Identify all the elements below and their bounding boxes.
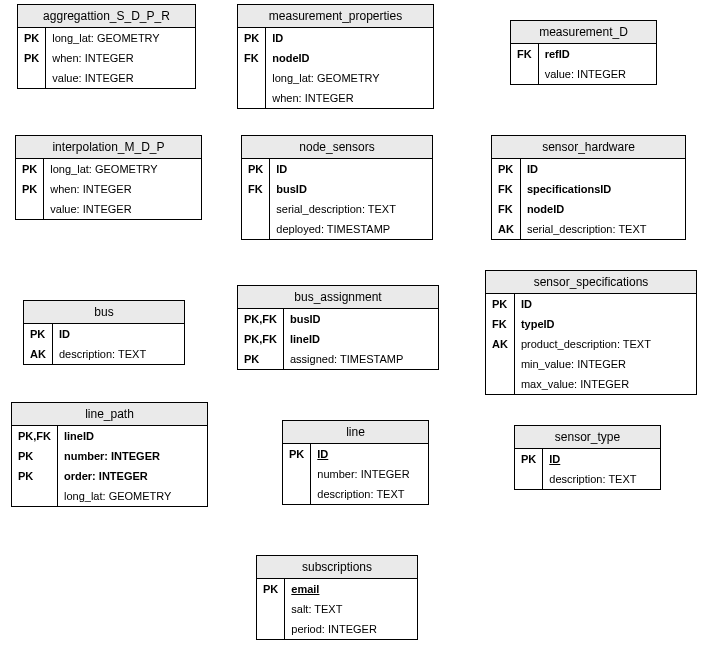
entity-title: interpolation_M_D_P bbox=[16, 136, 201, 159]
key-column: PK,FKPKPK bbox=[12, 426, 58, 506]
attr-cell: lineID bbox=[58, 426, 177, 446]
attr-cell: assigned: TIMESTAMP bbox=[284, 349, 409, 369]
key-column: PKFK bbox=[238, 28, 266, 108]
attr-column: IDbusIDserial_description: TEXTdeployed:… bbox=[270, 159, 402, 239]
attr-cell: when: INTEGER bbox=[266, 88, 385, 108]
attr-cell: ID bbox=[515, 294, 657, 314]
attr-cell: order: INTEGER bbox=[58, 466, 177, 486]
key-column: PKFKAK bbox=[486, 294, 515, 394]
attr-cell: description: TEXT bbox=[53, 344, 152, 364]
attr-cell: long_lat: GEOMETRY bbox=[46, 28, 165, 48]
attr-column: busIDlineIDassigned: TIMESTAMP bbox=[284, 309, 409, 369]
attr-cell: nodeID bbox=[521, 199, 653, 219]
attr-column: lineIDnumber: INTEGERorder: INTEGERlong_… bbox=[58, 426, 177, 506]
key-cell: AK bbox=[486, 334, 514, 354]
key-column: PKFK bbox=[242, 159, 270, 239]
attr-cell: ID bbox=[311, 444, 415, 464]
attr-column: IDspecificationsIDnodeIDserial_descripti… bbox=[521, 159, 653, 239]
entity-body: PK IDdescription: TEXT bbox=[515, 449, 660, 489]
attr-cell: refID bbox=[539, 44, 632, 64]
entity-title: line bbox=[283, 421, 428, 444]
key-cell: PK bbox=[492, 159, 520, 179]
key-cell: PK,FK bbox=[12, 426, 57, 446]
entity-body: PKFK IDnodeIDlong_lat: GEOMETRYwhen: INT… bbox=[238, 28, 433, 108]
entity-body: PK,FKPKPK lineIDnumber: INTEGERorder: IN… bbox=[12, 426, 207, 506]
attr-cell: description: TEXT bbox=[543, 469, 642, 489]
entity-title: line_path bbox=[12, 403, 207, 426]
key-cell bbox=[257, 619, 284, 639]
key-cell: PK bbox=[24, 324, 52, 344]
key-cell bbox=[12, 486, 57, 506]
key-column: PK bbox=[257, 579, 285, 639]
entity-title: node_sensors bbox=[242, 136, 432, 159]
entity-body: PK IDnumber: INTEGERdescription: TEXT bbox=[283, 444, 428, 504]
attr-column: IDnodeIDlong_lat: GEOMETRYwhen: INTEGER bbox=[266, 28, 385, 108]
entity-measurement-d: measurement_D FK refIDvalue: INTEGER bbox=[510, 20, 657, 85]
key-cell: PK bbox=[16, 179, 43, 199]
entity-sensor-type: sensor_type PK IDdescription: TEXT bbox=[514, 425, 661, 490]
attr-cell: serial_description: TEXT bbox=[270, 199, 402, 219]
entity-title: measurement_properties bbox=[238, 5, 433, 28]
key-cell: FK bbox=[238, 48, 265, 68]
key-column: PKAK bbox=[24, 324, 53, 364]
entity-body: PKPK long_lat: GEOMETRYwhen: INTEGERvalu… bbox=[16, 159, 201, 219]
attr-cell: busID bbox=[284, 309, 409, 329]
key-cell bbox=[515, 469, 542, 489]
attr-column: IDtypeIDproduct_description: TEXTmin_val… bbox=[515, 294, 657, 394]
entity-body: FK refIDvalue: INTEGER bbox=[511, 44, 656, 84]
attr-cell: number: INTEGER bbox=[58, 446, 177, 466]
key-column: PKFKFKAK bbox=[492, 159, 521, 239]
attr-cell: value: INTEGER bbox=[46, 68, 165, 88]
attr-column: IDdescription: TEXT bbox=[53, 324, 152, 364]
attr-cell: ID bbox=[266, 28, 385, 48]
attr-cell: long_lat: GEOMETRY bbox=[44, 159, 163, 179]
attr-column: emailsalt: TEXTperiod: INTEGER bbox=[285, 579, 383, 639]
key-cell: PK bbox=[283, 444, 310, 464]
attr-cell: period: INTEGER bbox=[285, 619, 383, 639]
attr-cell: typeID bbox=[515, 314, 657, 334]
key-cell: PK bbox=[242, 159, 269, 179]
attr-cell: number: INTEGER bbox=[311, 464, 415, 484]
attr-cell: lineID bbox=[284, 329, 409, 349]
attr-cell: value: INTEGER bbox=[539, 64, 632, 84]
key-cell bbox=[242, 219, 269, 239]
key-cell: PK bbox=[16, 159, 43, 179]
entity-line-path: line_path PK,FKPKPK lineIDnumber: INTEGE… bbox=[11, 402, 208, 507]
entity-measurement-properties: measurement_properties PKFK IDnodeIDlong… bbox=[237, 4, 434, 109]
key-cell: FK bbox=[492, 199, 520, 219]
attr-cell: ID bbox=[53, 324, 152, 344]
key-cell: PK bbox=[18, 48, 45, 68]
attr-column: long_lat: GEOMETRYwhen: INTEGERvalue: IN… bbox=[44, 159, 163, 219]
entity-body: PK emailsalt: TEXTperiod: INTEGER bbox=[257, 579, 417, 639]
entity-bus-assignment: bus_assignment PK,FKPK,FKPKbusIDlineIDas… bbox=[237, 285, 439, 370]
key-cell: PK bbox=[12, 466, 57, 486]
attr-cell: nodeID bbox=[266, 48, 385, 68]
key-cell bbox=[16, 199, 43, 219]
key-cell bbox=[257, 599, 284, 619]
entity-body: PK,FKPK,FKPKbusIDlineIDassigned: TIMESTA… bbox=[238, 309, 438, 369]
entity-body: PKFKAK IDtypeIDproduct_description: TEXT… bbox=[486, 294, 696, 394]
attr-cell: ID bbox=[270, 159, 402, 179]
attr-column: refIDvalue: INTEGER bbox=[539, 44, 632, 84]
key-cell bbox=[283, 484, 310, 504]
entity-title: sensor_specifications bbox=[486, 271, 696, 294]
attr-cell: min_value: INTEGER bbox=[515, 354, 657, 374]
key-cell: PK bbox=[486, 294, 514, 314]
key-cell: FK bbox=[242, 179, 269, 199]
key-cell: FK bbox=[486, 314, 514, 334]
attr-column: IDdescription: TEXT bbox=[543, 449, 642, 489]
attr-cell: description: TEXT bbox=[311, 484, 415, 504]
key-cell bbox=[238, 88, 265, 108]
entity-interpolation: interpolation_M_D_P PKPK long_lat: GEOME… bbox=[15, 135, 202, 220]
entity-sensor-hardware: sensor_hardware PKFKFKAKIDspecifications… bbox=[491, 135, 686, 240]
attr-column: IDnumber: INTEGERdescription: TEXT bbox=[311, 444, 415, 504]
key-cell bbox=[242, 199, 269, 219]
key-cell bbox=[283, 464, 310, 484]
attr-cell: max_value: INTEGER bbox=[515, 374, 657, 394]
entity-title: sensor_type bbox=[515, 426, 660, 449]
entity-sensor-specifications: sensor_specifications PKFKAK IDtypeIDpro… bbox=[485, 270, 697, 395]
entity-title: bus bbox=[24, 301, 184, 324]
key-cell bbox=[18, 68, 45, 88]
key-cell: AK bbox=[492, 219, 520, 239]
attr-column: long_lat: GEOMETRYwhen: INTEGERvalue: IN… bbox=[46, 28, 165, 88]
